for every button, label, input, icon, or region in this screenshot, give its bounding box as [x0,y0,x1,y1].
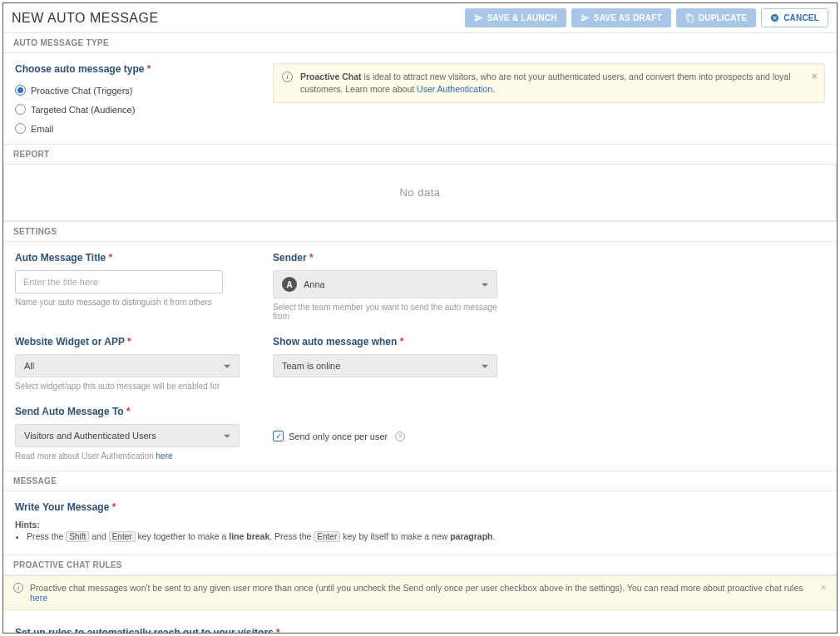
radio-email[interactable]: Email [15,123,240,134]
send-icon [474,13,483,22]
send-once-label: Send only once per user [289,431,388,441]
widget-select[interactable]: All [15,354,240,377]
duplicate-button[interactable]: DUPLICATE [676,8,756,27]
send-once-checkbox[interactable]: ✓ [273,431,284,441]
user-auth-link[interactable]: User Authentication [417,84,492,94]
page-title: NEW AUTO MESSAGE [12,11,159,26]
save-draft-button[interactable]: SAVE AS DRAFT [571,8,671,27]
sender-value: Anna [304,279,325,289]
proactive-info-box: i × Proactive Chat is ideal to attract n… [273,63,825,103]
close-icon[interactable]: × [811,69,818,85]
hints-label: Hints: [15,520,825,530]
section-header-message: MESSAGE [3,471,837,491]
radio-label: Targeted Chat (Audience) [31,105,135,115]
header-actions: SAVE & LAUNCH SAVE AS DRAFT DUPLICATE CA… [465,8,828,27]
radio-label: Email [31,124,54,134]
save-launch-label: SAVE & LAUNCH [487,13,557,22]
sendto-value: Visitors and Authenticated Users [24,431,156,441]
save-launch-button[interactable]: SAVE & LAUNCH [465,8,566,27]
info-icon: i [13,583,23,593]
section-header-type: AUTO MESSAGE TYPE [3,33,837,53]
kbd-shift: Shift [66,531,89,542]
sender-label: Sender * [273,252,497,264]
rules-here-link[interactable]: here [30,593,47,603]
info-bold: Proactive Chat [300,71,362,81]
show-when-value: Team is online [282,361,340,371]
kbd-enter-2: Enter [314,531,340,542]
section-header-settings: SETTINGS [3,221,837,242]
help-icon[interactable]: ? [395,431,405,441]
sender-select[interactable]: A Anna [273,270,497,298]
radio-icon [15,85,26,96]
rules-info-box: i Proactive chat messages won't be sent … [3,575,837,610]
radio-targeted-chat[interactable]: Targeted Chat (Audience) [15,104,135,115]
cancel-button[interactable]: CANCEL [761,8,828,27]
avatar: A [282,277,297,292]
title-input[interactable] [15,270,223,293]
section-header-report: REPORT [3,144,837,165]
title-label: Auto Message Title * [15,252,240,264]
hint-item: Press the Shift and Enter key together t… [27,531,825,541]
write-message-label: Write Your Message * [15,501,825,513]
show-when-select[interactable]: Team is online [273,354,497,377]
duplicate-icon [685,13,694,22]
show-when-label: Show auto message when * [273,336,497,348]
title-hint: Name your auto message to distinguish it… [15,298,240,307]
choose-type-label: Choose auto message type * [15,63,240,75]
save-draft-label: SAVE AS DRAFT [594,13,662,22]
sendto-hint: Read more about User Authentication here [15,451,240,461]
kbd-enter: Enter [109,531,136,542]
setup-rules-label: Set up rules to automatically reach out … [15,627,825,634]
radio-proactive-chat[interactable]: Proactive Chat (Triggers) [15,85,132,96]
cancel-icon [770,13,779,22]
sendto-label: Send Auto Message To * [15,406,240,417]
sender-hint: Select the team member you want to send … [273,303,497,321]
widget-value: All [24,361,34,371]
radio-label: Proactive Chat (Triggers) [31,86,132,96]
section-header-rules: PROACTIVE CHAT RULES [3,555,837,575]
info-text: is ideal to attract new visitors, who ar… [300,71,790,94]
widget-hint: Select widget/app this auto message will… [15,382,240,391]
cancel-label: CANCEL [783,13,819,22]
user-auth-here-link[interactable]: here [156,451,173,461]
report-nodata: No data [3,165,837,221]
close-icon[interactable]: × [820,581,827,594]
rules-info-text: Proactive chat messages won't be sent to… [30,583,803,593]
widget-label: Website Widget or APP * [15,336,240,348]
radio-icon [15,104,26,115]
duplicate-label: DUPLICATE [699,13,747,22]
sendto-select[interactable]: Visitors and Authenticated Users [15,424,240,447]
info-icon: i [282,71,293,82]
draft-icon [581,13,590,22]
radio-icon [15,123,26,134]
